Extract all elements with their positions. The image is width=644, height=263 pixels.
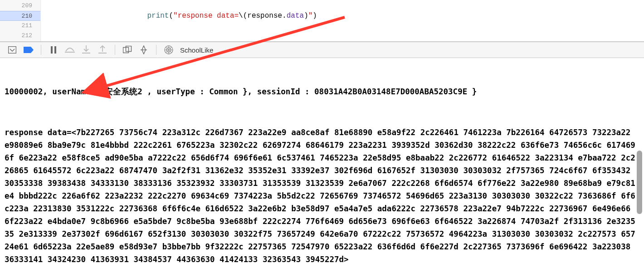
- svg-rect-2: [54, 46, 56, 54]
- vertical-scrollbar[interactable]: [636, 42, 643, 263]
- step-into-button[interactable]: [79, 44, 93, 56]
- line-number: 210: [0, 11, 40, 21]
- console-hex-output: response data=<7b227265 73756c74 223a312…: [5, 126, 639, 263]
- scrollbar-thumb[interactable]: [637, 151, 642, 214]
- step-out-button[interactable]: [96, 44, 109, 56]
- code-editor: 209 210 211 212 print("response data=\(r…: [0, 0, 644, 42]
- line-number: 212: [0, 31, 40, 41]
- debug-view-hierarchy-button[interactable]: [121, 44, 134, 56]
- console-prev-line: 10000002, userName : 安全系统2 , userType : …: [5, 85, 639, 98]
- svg-rect-3: [65, 52, 75, 53]
- line-number-gutter: 209 210 211 212: [0, 0, 41, 41]
- pause-continue-button[interactable]: [47, 44, 60, 56]
- console-output[interactable]: 10000002, userName : 安全系统2 , userType : …: [0, 58, 644, 263]
- step-over-button[interactable]: [63, 44, 77, 56]
- breakpoint-toggle-button[interactable]: [22, 44, 35, 56]
- line-number: 209: [0, 1, 40, 11]
- svg-rect-5: [98, 53, 107, 54]
- svg-rect-1: [51, 46, 53, 54]
- toolbar-separator: [156, 45, 156, 55]
- line-number: 211: [0, 21, 40, 31]
- debug-memory-graph-button[interactable]: [137, 44, 151, 56]
- toolbar-separator: [115, 45, 115, 55]
- code-line[interactable]: print("response data=\(response.data)"): [43, 11, 644, 21]
- console-toggle-button[interactable]: [5, 44, 19, 56]
- toolbar-separator: [41, 45, 41, 55]
- scheme-icon[interactable]: [162, 44, 176, 56]
- svg-rect-4: [82, 53, 90, 54]
- debug-toolbar: SchoolLike: [0, 42, 644, 58]
- svg-rect-0: [9, 47, 16, 54]
- code-area[interactable]: print("response data=\(response.data)"): [41, 0, 644, 41]
- scheme-name-label[interactable]: SchoolLike: [180, 46, 213, 54]
